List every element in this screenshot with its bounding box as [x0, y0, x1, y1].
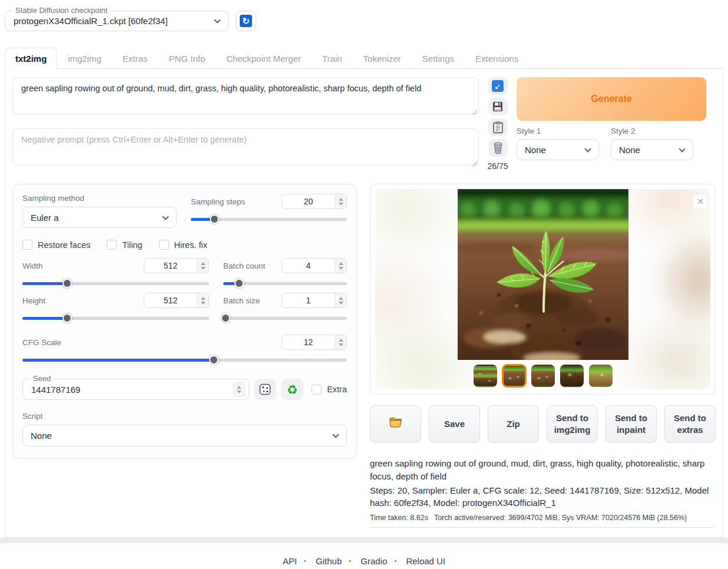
slider-thumb[interactable]: [221, 313, 230, 323]
sampling-method-label: Sampling method: [22, 194, 177, 203]
generate-button[interactable]: Generate: [517, 77, 706, 121]
tab-extensions[interactable]: Extensions: [465, 48, 529, 69]
apply-style-button[interactable]: [488, 118, 508, 136]
save-button[interactable]: Save: [429, 405, 480, 443]
checkpoint-label: Stable Diffusion checkpoint: [12, 6, 111, 15]
thumbnail-3[interactable]: [531, 365, 555, 387]
floppy-disk-icon: [492, 101, 504, 113]
stepper-arrows[interactable]: [197, 293, 209, 307]
seed-input[interactable]: Seed 1441787169: [22, 379, 249, 400]
dice-icon: [259, 383, 271, 395]
thumbnail-4[interactable]: [560, 365, 584, 387]
tab-settings[interactable]: Settings: [412, 48, 465, 69]
script-dropdown[interactable]: None: [22, 425, 347, 446]
batch-count-input[interactable]: 4: [282, 258, 347, 273]
slider-thumb[interactable]: [62, 313, 72, 323]
checkpoint-dropdown[interactable]: Stable Diffusion checkpoint protogenX34O…: [5, 11, 229, 31]
chevron-down-icon: [162, 213, 168, 220]
thumbnail-1[interactable]: [474, 365, 497, 387]
tab-img2img[interactable]: img2img: [57, 48, 112, 69]
footer-link-gradio[interactable]: Gradio: [360, 556, 387, 566]
batch-count-slider[interactable]: [223, 279, 347, 288]
height-slider[interactable]: [22, 313, 209, 323]
paste-params-button[interactable]: ↙: [488, 77, 508, 95]
tab-bar: txt2img img2img Extras PNG Info Checkpoi…: [5, 48, 723, 69]
batch-size-input[interactable]: 1: [282, 293, 347, 308]
generation-settings-card: Sampling method Euler a Sampling steps 2…: [12, 184, 357, 459]
clear-prompt-button[interactable]: [488, 139, 508, 157]
checkpoint-bar: Stable Diffusion checkpoint protogenX34O…: [0, 0, 728, 35]
stepper-arrows[interactable]: [335, 194, 346, 209]
slider-thumb[interactable]: [234, 279, 244, 288]
cfg-scale-slider[interactable]: [22, 355, 347, 365]
txt2img-panel: green sapling rowing out of ground, mud,…: [5, 68, 723, 538]
slider-thumb[interactable]: [209, 355, 219, 365]
script-label: Script: [22, 412, 347, 421]
footer-link-github[interactable]: Github: [316, 556, 342, 566]
send-to-extras-button[interactable]: Send to extras: [664, 405, 716, 443]
trash-icon: [492, 142, 504, 154]
cfg-scale-label: CFG Scale: [22, 338, 61, 347]
stepper-arrows[interactable]: [233, 382, 245, 397]
info-prompt-text: green sapling rowing out of ground, mud,…: [370, 457, 713, 483]
chevron-down-icon: [214, 16, 220, 23]
tab-extras[interactable]: Extras: [112, 48, 158, 69]
save-style-button[interactable]: [488, 98, 508, 115]
tab-png-info[interactable]: PNG Info: [158, 48, 216, 69]
chevron-down-icon: [584, 145, 591, 152]
send-to-inpaint-button[interactable]: Send to inpaint: [605, 405, 657, 443]
thumbnail-5[interactable]: [589, 365, 613, 387]
tab-tokenizer[interactable]: Tokenizer: [353, 48, 412, 69]
cfg-scale-input[interactable]: 12: [282, 335, 347, 350]
zip-button[interactable]: Zip: [488, 405, 539, 443]
reuse-seed-button[interactable]: ♻: [281, 379, 303, 400]
stepper-arrows[interactable]: [335, 259, 346, 273]
recycle-icon: ♻: [287, 383, 298, 396]
stepper-arrows[interactable]: [197, 259, 209, 273]
width-slider[interactable]: [22, 279, 209, 288]
tab-checkpoint-merger[interactable]: Checkpoint Merger: [216, 48, 312, 69]
token-counter: 26/75: [487, 161, 508, 171]
negative-prompt-input[interactable]: [12, 128, 479, 166]
restore-faces-checkbox[interactable]: Restore faces: [22, 240, 90, 250]
thumbnail-strip: [370, 365, 715, 387]
generated-image[interactable]: [458, 189, 628, 360]
chevron-down-icon: [679, 145, 685, 152]
sampling-method-dropdown[interactable]: Euler a: [22, 207, 177, 228]
sampling-steps-slider[interactable]: [191, 214, 347, 224]
batch-size-slider[interactable]: [223, 313, 347, 323]
sampling-steps-input[interactable]: 20: [282, 194, 347, 209]
thumbnail-2-selected[interactable]: [502, 365, 526, 387]
open-folder-button[interactable]: [370, 405, 421, 443]
batch-size-label: Batch size: [223, 296, 260, 305]
batch-count-label: Batch count: [223, 262, 265, 270]
info-time-text: Time taken: 8.62sTorch active/reserved: …: [370, 514, 713, 522]
footer-link-reload-ui[interactable]: Reload UI: [406, 556, 445, 566]
slider-thumb[interactable]: [210, 214, 219, 224]
tiling-checkbox[interactable]: Tiling: [107, 240, 142, 250]
prompt-input[interactable]: green sapling rowing out of ground, mud,…: [12, 77, 479, 114]
refresh-checkpoint-button[interactable]: ↻: [236, 11, 256, 31]
extra-seed-checkbox[interactable]: Extra: [312, 385, 347, 395]
folder-icon: [389, 416, 403, 428]
clipboard-icon: [492, 121, 504, 134]
close-gallery-button[interactable]: ×: [693, 194, 708, 209]
style1-dropdown[interactable]: None: [517, 139, 599, 160]
slider-thumb[interactable]: [62, 279, 72, 288]
stepper-arrows[interactable]: [335, 335, 346, 349]
tab-txt2img[interactable]: txt2img: [5, 48, 57, 69]
style2-label: Style 2: [611, 127, 693, 135]
height-input[interactable]: 512: [144, 293, 209, 308]
width-input[interactable]: 512: [144, 258, 209, 273]
send-to-img2img-button[interactable]: Send to img2img: [547, 405, 598, 443]
generation-info: green sapling rowing out of ground, mud,…: [370, 457, 716, 528]
sampling-steps-label: Sampling steps: [191, 197, 245, 206]
hires-fix-checkbox[interactable]: Hires. fix: [159, 240, 207, 250]
result-gallery: ×: [370, 184, 716, 395]
height-label: Height: [22, 296, 45, 305]
tab-train[interactable]: Train: [312, 48, 353, 69]
stepper-arrows[interactable]: [335, 293, 346, 307]
footer-link-api[interactable]: API: [283, 556, 297, 566]
random-seed-button[interactable]: [254, 379, 276, 400]
style2-dropdown[interactable]: None: [611, 139, 693, 160]
